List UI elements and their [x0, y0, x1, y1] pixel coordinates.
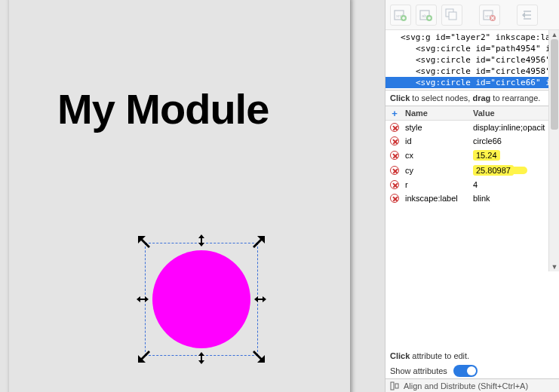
delete-attribute-button[interactable] — [385, 151, 404, 160]
xml-node-selected[interactable]: <svg:circle id="circle66" inksca — [385, 77, 559, 88]
resize-handle-bottom[interactable] — [195, 352, 207, 364]
attr-header-value[interactable]: Value — [471, 106, 559, 120]
align-icon — [390, 381, 401, 391]
attribute-value[interactable]: 4 — [471, 180, 559, 189]
attribute-value[interactable]: 25.80987 — [471, 165, 559, 176]
svg-marker-19 — [522, 12, 525, 18]
attribute-value[interactable]: circle66 — [471, 136, 559, 145]
scroll-thumb[interactable] — [551, 39, 558, 130]
resize-handle-right[interactable] — [254, 293, 266, 305]
delete-attribute-button[interactable] — [385, 166, 404, 175]
svg-rect-21 — [395, 384, 398, 388]
svg-marker-7 — [254, 296, 266, 302]
attribute-row[interactable]: styledisplay:inline;opacit — [385, 121, 559, 134]
attribute-row[interactable]: idcircle66 — [385, 134, 559, 148]
delete-attribute-button[interactable] — [385, 136, 404, 145]
resize-handle-bottom-left[interactable] — [138, 351, 150, 363]
xml-tree[interactable]: <svg:g id="layer2" inkscape:label <svg:c… — [385, 30, 559, 90]
show-attributes-label: Show attributes — [390, 366, 447, 375]
svg-rect-20 — [391, 382, 394, 390]
new-text-node-button[interactable]: abc — [416, 5, 437, 26]
resize-handle-top[interactable] — [195, 234, 207, 247]
resize-handle-left[interactable] — [137, 293, 149, 305]
attribute-name[interactable]: id — [404, 136, 471, 145]
attribute-name[interactable]: cx — [404, 151, 471, 160]
page-title-text: My Module — [57, 84, 269, 133]
svg-marker-3 — [253, 351, 265, 363]
attribute-edit-hint: Click attribute to edit. — [390, 351, 554, 360]
delete-attribute-button[interactable] — [385, 194, 404, 203]
scroll-up-icon[interactable]: ▲ — [549, 30, 559, 39]
xml-node[interactable]: <svg:g id="layer2" inkscape:label — [385, 32, 559, 43]
attribute-name[interactable]: style — [404, 123, 471, 132]
add-attribute-button[interactable]: + — [385, 108, 404, 119]
svg-marker-4 — [198, 234, 204, 247]
resize-handle-top-left[interactable] — [138, 236, 150, 248]
attribute-name[interactable]: cy — [404, 166, 471, 175]
panel-scrollbar[interactable]: ▲ ▼ — [548, 30, 559, 271]
delete-attribute-button[interactable] — [385, 180, 404, 189]
selection-bounding-box[interactable] — [145, 243, 258, 356]
attribute-table-header: + Name Value — [385, 106, 559, 121]
delete-node-button[interactable]: xml — [479, 5, 500, 26]
unindent-node-button[interactable] — [517, 5, 538, 26]
svg-marker-6 — [137, 296, 149, 302]
tree-hint-drag: drag — [472, 93, 490, 103]
align-label: Align and Distribute (Shift+Ctrl+A) — [404, 381, 528, 390]
attr-header-name[interactable]: Name — [404, 106, 471, 120]
scroll-down-icon[interactable]: ▼ — [549, 262, 559, 271]
svg-rect-15 — [449, 12, 456, 20]
xml-node[interactable]: <svg:circle id="circle4956" ink — [385, 54, 559, 66]
tree-hint: Click to select nodes, drag to rearrange… — [385, 90, 559, 106]
new-element-node-button[interactable]: xml — [390, 5, 411, 26]
delete-attribute-button[interactable] — [385, 123, 404, 132]
attribute-table: styledisplay:inline;opacitidcircle66cx15… — [385, 121, 559, 205]
attribute-value[interactable]: blink — [471, 194, 559, 203]
attribute-name[interactable]: r — [404, 180, 471, 189]
document-page: My Module — [9, 0, 350, 392]
attribute-row[interactable]: cx15.24 — [385, 148, 559, 163]
show-attributes-row: Show attributes — [390, 365, 478, 377]
attribute-row[interactable]: r4 — [385, 178, 559, 191]
resize-handle-bottom-right[interactable] — [253, 351, 265, 363]
xml-node[interactable]: <svg:circle id="circle4958" ink — [385, 66, 559, 77]
duplicate-node-button[interactable] — [441, 5, 462, 26]
attribute-row[interactable]: cy25.80987 — [385, 163, 559, 178]
xml-toolbar: xml abc xml — [385, 0, 559, 30]
attribute-name[interactable]: inkscape:label — [404, 194, 471, 203]
xml-editor-panel: xml abc xml <svg:g id="layer2" inkscape:… — [385, 0, 559, 392]
svg-marker-0 — [138, 236, 150, 248]
attribute-value[interactable]: 15.24 — [471, 150, 559, 161]
svg-marker-2 — [138, 351, 150, 363]
xml-node[interactable]: <svg:circle id="path4954" ink — [385, 43, 559, 54]
selected-circle-shape[interactable] — [152, 250, 250, 348]
svg-marker-1 — [253, 236, 265, 248]
align-distribute-bar[interactable]: Align and Distribute (Shift+Ctrl+A) — [385, 378, 559, 392]
tree-hint-click: Click — [390, 93, 410, 103]
canvas-area[interactable]: My Module — [0, 0, 385, 392]
resize-handle-top-right[interactable] — [253, 236, 265, 248]
show-attributes-toggle[interactable] — [453, 365, 478, 377]
attribute-value[interactable]: display:inline;opacit — [471, 123, 559, 132]
attribute-row[interactable]: inkscape:labelblink — [385, 191, 559, 205]
svg-marker-5 — [198, 352, 204, 364]
